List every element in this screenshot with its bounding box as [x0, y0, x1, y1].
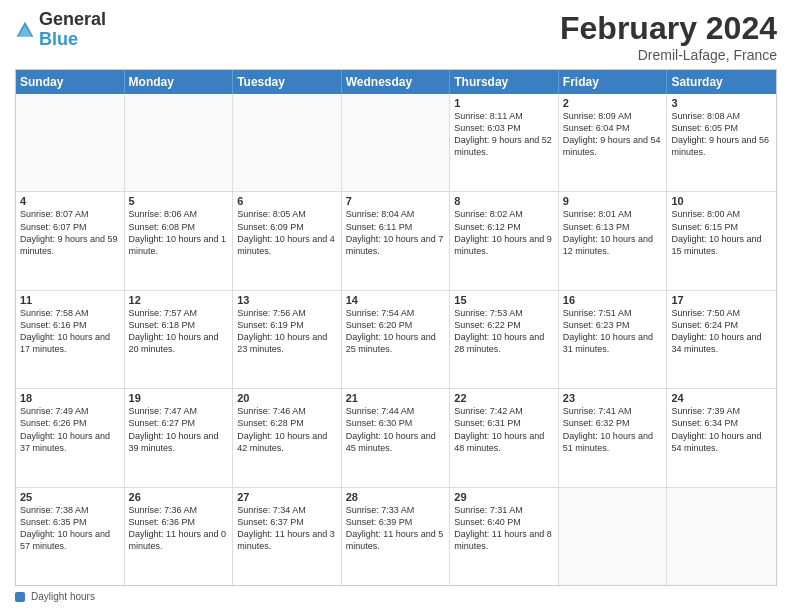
cell-info: Sunrise: 7:34 AM Sunset: 6:37 PM Dayligh… — [237, 505, 335, 551]
weekday-header: Monday — [125, 70, 234, 94]
cell-info: Sunrise: 7:57 AM Sunset: 6:18 PM Dayligh… — [129, 308, 219, 354]
day-number: 9 — [563, 195, 663, 207]
daylight-label: Daylight hours — [31, 591, 95, 602]
calendar-cell: 18Sunrise: 7:49 AM Sunset: 6:26 PM Dayli… — [16, 389, 125, 486]
weekday-header: Thursday — [450, 70, 559, 94]
calendar-cell: 1Sunrise: 8:11 AM Sunset: 6:03 PM Daylig… — [450, 94, 559, 191]
cell-info: Sunrise: 7:49 AM Sunset: 6:26 PM Dayligh… — [20, 406, 110, 452]
weekday-header: Saturday — [667, 70, 776, 94]
calendar-cell: 4Sunrise: 8:07 AM Sunset: 6:07 PM Daylig… — [16, 192, 125, 289]
calendar-cell: 29Sunrise: 7:31 AM Sunset: 6:40 PM Dayli… — [450, 488, 559, 585]
day-number: 22 — [454, 392, 554, 404]
title-block: February 2024 Dremil-Lafage, France — [560, 10, 777, 63]
calendar-cell: 24Sunrise: 7:39 AM Sunset: 6:34 PM Dayli… — [667, 389, 776, 486]
calendar-cell: 26Sunrise: 7:36 AM Sunset: 6:36 PM Dayli… — [125, 488, 234, 585]
cell-info: Sunrise: 8:07 AM Sunset: 6:07 PM Dayligh… — [20, 209, 118, 255]
day-number: 23 — [563, 392, 663, 404]
calendar-cell: 20Sunrise: 7:46 AM Sunset: 6:28 PM Dayli… — [233, 389, 342, 486]
location: Dremil-Lafage, France — [560, 47, 777, 63]
calendar-cell: 10Sunrise: 8:00 AM Sunset: 6:15 PM Dayli… — [667, 192, 776, 289]
logo-general: General — [39, 9, 106, 29]
calendar-cell: 5Sunrise: 8:06 AM Sunset: 6:08 PM Daylig… — [125, 192, 234, 289]
calendar-row: 25Sunrise: 7:38 AM Sunset: 6:35 PM Dayli… — [16, 487, 776, 585]
day-number: 2 — [563, 97, 663, 109]
cell-info: Sunrise: 8:06 AM Sunset: 6:08 PM Dayligh… — [129, 209, 227, 255]
logo-icon — [15, 20, 35, 40]
calendar-row: 11Sunrise: 7:58 AM Sunset: 6:16 PM Dayli… — [16, 290, 776, 388]
day-number: 13 — [237, 294, 337, 306]
day-number: 4 — [20, 195, 120, 207]
day-number: 24 — [671, 392, 772, 404]
calendar-cell: 11Sunrise: 7:58 AM Sunset: 6:16 PM Dayli… — [16, 291, 125, 388]
calendar-row: 1Sunrise: 8:11 AM Sunset: 6:03 PM Daylig… — [16, 94, 776, 191]
cell-info: Sunrise: 7:51 AM Sunset: 6:23 PM Dayligh… — [563, 308, 653, 354]
logo-blue: Blue — [39, 29, 78, 49]
calendar-header: SundayMondayTuesdayWednesdayThursdayFrid… — [16, 70, 776, 94]
calendar-cell: 2Sunrise: 8:09 AM Sunset: 6:04 PM Daylig… — [559, 94, 668, 191]
calendar-cell — [16, 94, 125, 191]
calendar-cell: 17Sunrise: 7:50 AM Sunset: 6:24 PM Dayli… — [667, 291, 776, 388]
calendar-cell: 13Sunrise: 7:56 AM Sunset: 6:19 PM Dayli… — [233, 291, 342, 388]
day-number: 18 — [20, 392, 120, 404]
calendar-cell: 16Sunrise: 7:51 AM Sunset: 6:23 PM Dayli… — [559, 291, 668, 388]
cell-info: Sunrise: 8:00 AM Sunset: 6:15 PM Dayligh… — [671, 209, 761, 255]
weekday-header: Sunday — [16, 70, 125, 94]
calendar-cell: 21Sunrise: 7:44 AM Sunset: 6:30 PM Dayli… — [342, 389, 451, 486]
day-number: 16 — [563, 294, 663, 306]
day-number: 29 — [454, 491, 554, 503]
day-number: 1 — [454, 97, 554, 109]
weekday-header: Friday — [559, 70, 668, 94]
day-number: 27 — [237, 491, 337, 503]
day-number: 11 — [20, 294, 120, 306]
cell-info: Sunrise: 8:01 AM Sunset: 6:13 PM Dayligh… — [563, 209, 653, 255]
cell-info: Sunrise: 7:38 AM Sunset: 6:35 PM Dayligh… — [20, 505, 110, 551]
day-number: 28 — [346, 491, 446, 503]
cell-info: Sunrise: 8:08 AM Sunset: 6:05 PM Dayligh… — [671, 111, 769, 157]
day-number: 25 — [20, 491, 120, 503]
cell-info: Sunrise: 7:54 AM Sunset: 6:20 PM Dayligh… — [346, 308, 436, 354]
cell-info: Sunrise: 7:46 AM Sunset: 6:28 PM Dayligh… — [237, 406, 327, 452]
calendar-cell: 22Sunrise: 7:42 AM Sunset: 6:31 PM Dayli… — [450, 389, 559, 486]
weekday-header: Tuesday — [233, 70, 342, 94]
cell-info: Sunrise: 8:02 AM Sunset: 6:12 PM Dayligh… — [454, 209, 552, 255]
day-number: 6 — [237, 195, 337, 207]
calendar-cell: 28Sunrise: 7:33 AM Sunset: 6:39 PM Dayli… — [342, 488, 451, 585]
calendar-cell: 23Sunrise: 7:41 AM Sunset: 6:32 PM Dayli… — [559, 389, 668, 486]
cell-info: Sunrise: 7:58 AM Sunset: 6:16 PM Dayligh… — [20, 308, 110, 354]
day-number: 15 — [454, 294, 554, 306]
cell-info: Sunrise: 8:04 AM Sunset: 6:11 PM Dayligh… — [346, 209, 444, 255]
calendar-cell: 7Sunrise: 8:04 AM Sunset: 6:11 PM Daylig… — [342, 192, 451, 289]
day-number: 21 — [346, 392, 446, 404]
calendar: SundayMondayTuesdayWednesdayThursdayFrid… — [15, 69, 777, 586]
cell-info: Sunrise: 7:39 AM Sunset: 6:34 PM Dayligh… — [671, 406, 761, 452]
calendar-cell: 3Sunrise: 8:08 AM Sunset: 6:05 PM Daylig… — [667, 94, 776, 191]
calendar-body: 1Sunrise: 8:11 AM Sunset: 6:03 PM Daylig… — [16, 94, 776, 585]
calendar-cell — [559, 488, 668, 585]
cell-info: Sunrise: 8:11 AM Sunset: 6:03 PM Dayligh… — [454, 111, 552, 157]
calendar-cell: 14Sunrise: 7:54 AM Sunset: 6:20 PM Dayli… — [342, 291, 451, 388]
calendar-cell: 15Sunrise: 7:53 AM Sunset: 6:22 PM Dayli… — [450, 291, 559, 388]
calendar-cell — [667, 488, 776, 585]
calendar-cell — [125, 94, 234, 191]
daylight-dot — [15, 592, 25, 602]
cell-info: Sunrise: 8:09 AM Sunset: 6:04 PM Dayligh… — [563, 111, 661, 157]
day-number: 12 — [129, 294, 229, 306]
calendar-cell: 6Sunrise: 8:05 AM Sunset: 6:09 PM Daylig… — [233, 192, 342, 289]
day-number: 17 — [671, 294, 772, 306]
cell-info: Sunrise: 7:44 AM Sunset: 6:30 PM Dayligh… — [346, 406, 436, 452]
cell-info: Sunrise: 8:05 AM Sunset: 6:09 PM Dayligh… — [237, 209, 335, 255]
calendar-cell: 25Sunrise: 7:38 AM Sunset: 6:35 PM Dayli… — [16, 488, 125, 585]
day-number: 26 — [129, 491, 229, 503]
day-number: 7 — [346, 195, 446, 207]
day-number: 3 — [671, 97, 772, 109]
calendar-cell: 27Sunrise: 7:34 AM Sunset: 6:37 PM Dayli… — [233, 488, 342, 585]
calendar-cell — [233, 94, 342, 191]
header: General Blue February 2024 Dremil-Lafage… — [15, 10, 777, 63]
cell-info: Sunrise: 7:47 AM Sunset: 6:27 PM Dayligh… — [129, 406, 219, 452]
logo-text: General Blue — [39, 10, 106, 50]
day-number: 8 — [454, 195, 554, 207]
cell-info: Sunrise: 7:50 AM Sunset: 6:24 PM Dayligh… — [671, 308, 761, 354]
day-number: 19 — [129, 392, 229, 404]
calendar-cell — [342, 94, 451, 191]
day-number: 14 — [346, 294, 446, 306]
